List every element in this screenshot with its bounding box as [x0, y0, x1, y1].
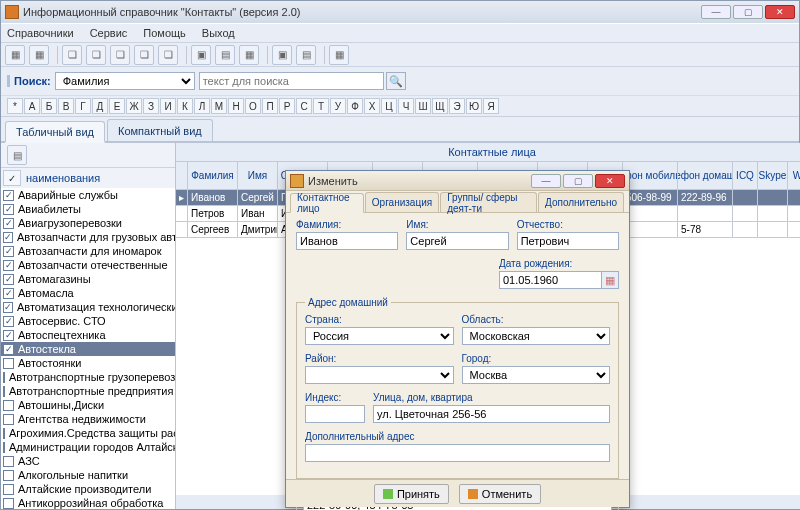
sidebar-item[interactable]: ✓Аварийные службы	[1, 188, 175, 202]
dtab-extra[interactable]: Дополнительно	[538, 192, 624, 212]
alpha-Щ[interactable]: Щ	[432, 98, 448, 114]
col-head[interactable]: Skype	[758, 162, 788, 190]
dtab-groups[interactable]: Группы/ сферы деят-ти	[440, 192, 537, 212]
in-zip[interactable]	[305, 405, 365, 423]
sidebar-item[interactable]: Автошины,Диски	[1, 398, 175, 412]
menu-servis[interactable]: Сервис	[90, 27, 128, 39]
alpha-Б[interactable]: Б	[41, 98, 57, 114]
alpha-П[interactable]: П	[262, 98, 278, 114]
calendar-button[interactable]: ▦	[601, 271, 619, 289]
checkbox[interactable]	[3, 358, 14, 369]
sel-region[interactable]: Московская	[462, 327, 611, 345]
checkbox[interactable]: ✓	[3, 218, 14, 229]
checkbox[interactable]	[3, 484, 14, 495]
sidebar-item[interactable]: Администрации городов Алтайског	[1, 440, 175, 454]
alpha-Г[interactable]: Г	[75, 98, 91, 114]
alpha-*[interactable]: *	[7, 98, 23, 114]
checkbox[interactable]	[3, 386, 5, 397]
dialog-close-button[interactable]: ✕	[595, 174, 625, 188]
tab-compact-view[interactable]: Компактный вид	[107, 119, 213, 141]
in-pat[interactable]	[517, 232, 619, 250]
sidebar-item[interactable]: Автостоянки	[1, 356, 175, 370]
dtab-org[interactable]: Организация	[365, 192, 439, 212]
sidebar-item[interactable]: ✓Авиагрузоперевозки	[1, 216, 175, 230]
in-name[interactable]	[406, 232, 508, 250]
sidebar-expand-button[interactable]: ▤	[7, 145, 27, 165]
cancel-button[interactable]: Отменить	[459, 484, 541, 504]
checkbox[interactable]	[3, 456, 14, 467]
checkbox[interactable]: ✓	[3, 190, 14, 201]
sidebar-item[interactable]: Агентства недвижимости	[1, 412, 175, 426]
checkbox[interactable]: ✓	[3, 288, 14, 299]
alpha-М[interactable]: М	[211, 98, 227, 114]
col-head[interactable]: Телефон мобильный	[623, 162, 678, 190]
sidebar-item[interactable]: ✓Автозапчасти для иномарок	[1, 244, 175, 258]
checkbox[interactable]	[3, 400, 14, 411]
alpha-Л[interactable]: Л	[194, 98, 210, 114]
sidebar-item[interactable]: ✓Автомагазины	[1, 272, 175, 286]
checkbox[interactable]: ✓	[3, 344, 14, 355]
in-addr2[interactable]	[305, 444, 610, 462]
alpha-О[interactable]: О	[245, 98, 261, 114]
toolbar-btn-5[interactable]: ❏	[110, 45, 130, 65]
col-head[interactable]: ICQ	[733, 162, 758, 190]
sidebar-item[interactable]: Автотранспортные грузоперевозки	[1, 370, 175, 384]
col-head[interactable]: Фамилия	[188, 162, 238, 190]
sidebar-item[interactable]: Автотранспортные предприятия	[1, 384, 175, 398]
tab-table-view[interactable]: Табличный вид	[5, 121, 105, 143]
in-street[interactable]	[373, 405, 610, 423]
search-input[interactable]	[199, 72, 384, 90]
alpha-Н[interactable]: Н	[228, 98, 244, 114]
sidebar-check-all[interactable]: ✓	[3, 170, 21, 186]
close-button[interactable]: ✕	[765, 5, 795, 19]
sidebar-item[interactable]: ✓Автоспецтехника	[1, 328, 175, 342]
checkbox[interactable]: ✓	[3, 316, 14, 327]
checkbox[interactable]: ✓	[3, 330, 14, 341]
col-head[interactable]: Имя	[238, 162, 278, 190]
toolbar-btn-12[interactable]: ▤	[296, 45, 316, 65]
alpha-А[interactable]: А	[24, 98, 40, 114]
toolbar-btn-11[interactable]: ▣	[272, 45, 292, 65]
dtab-contact[interactable]: Контактное лицо	[290, 193, 364, 213]
alpha-Я[interactable]: Я	[483, 98, 499, 114]
checkbox[interactable]: ✓	[3, 246, 14, 257]
dialog-minimize-button[interactable]: —	[531, 174, 561, 188]
alpha-Ж[interactable]: Ж	[126, 98, 142, 114]
toolbar-btn-6[interactable]: ❏	[134, 45, 154, 65]
sidebar-item[interactable]: ✓Автозапчасти отечественные	[1, 258, 175, 272]
alpha-Ф[interactable]: Ф	[347, 98, 363, 114]
toolbar-btn-13[interactable]: ▦	[329, 45, 349, 65]
in-fam[interactable]	[296, 232, 398, 250]
alpha-З[interactable]: З	[143, 98, 159, 114]
maximize-button[interactable]: ▢	[733, 5, 763, 19]
toolbar-btn-8[interactable]: ▣	[191, 45, 211, 65]
alpha-К[interactable]: К	[177, 98, 193, 114]
ok-button[interactable]: Принять	[374, 484, 449, 504]
search-field-select[interactable]: Фамилия	[55, 72, 195, 90]
alpha-Р[interactable]: Р	[279, 98, 295, 114]
sel-city[interactable]: Москва	[462, 366, 611, 384]
alpha-У[interactable]: У	[330, 98, 346, 114]
toolbar-btn-3[interactable]: ❏	[62, 45, 82, 65]
sidebar-item[interactable]: Антикоррозийная обработка	[1, 496, 175, 509]
menu-help[interactable]: Помощь	[143, 27, 186, 39]
toolbar-btn-2[interactable]: ▦	[29, 45, 49, 65]
minimize-button[interactable]: —	[701, 5, 731, 19]
sidebar-item[interactable]: Агрохимия.Средства защиты раст	[1, 426, 175, 440]
sidebar-item[interactable]: ✓Автостекла	[1, 342, 175, 356]
checkbox[interactable]	[3, 414, 14, 425]
alpha-В[interactable]: В	[58, 98, 74, 114]
sidebar-item[interactable]: ✓Автозапчасти для грузовых автом	[1, 230, 175, 244]
checkbox[interactable]	[3, 470, 14, 481]
toolbar-btn-10[interactable]: ▦	[239, 45, 259, 65]
checkbox[interactable]: ✓	[3, 302, 13, 313]
alpha-Ч[interactable]: Ч	[398, 98, 414, 114]
sidebar-item[interactable]: ✓Автомасла	[1, 286, 175, 300]
alpha-Э[interactable]: Э	[449, 98, 465, 114]
search-button[interactable]: 🔍	[386, 72, 406, 90]
sidebar-item[interactable]: Алтайские производители	[1, 482, 175, 496]
menu-spravochniki[interactable]: Справочники	[7, 27, 74, 39]
alpha-Ш[interactable]: Ш	[415, 98, 431, 114]
toolbar-btn-7[interactable]: ❏	[158, 45, 178, 65]
col-head[interactable]: Телефон домашний	[678, 162, 733, 190]
